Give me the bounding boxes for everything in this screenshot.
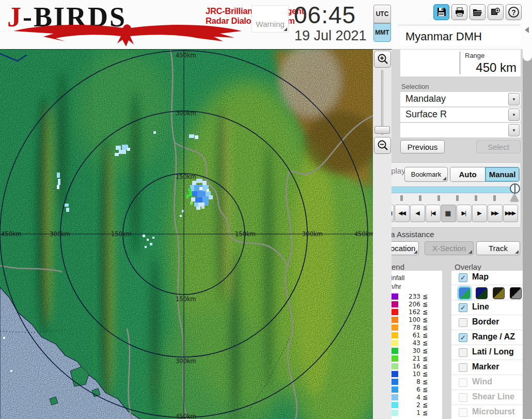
line-checkbox[interactable]: ✓: [459, 303, 467, 312]
radar-map[interactable]: 450km 300km 150km 150km 300km 450km 450k…: [0, 50, 373, 419]
lte-symbol: ≦: [423, 401, 428, 409]
open-folder-button[interactable]: [470, 4, 486, 20]
chevron-down-icon[interactable]: ▼: [508, 108, 520, 121]
svg-text:450km: 450km: [354, 230, 373, 238]
map-checkbox[interactable]: ✓: [459, 273, 467, 282]
play-reverse-button[interactable]: ◀: [410, 205, 425, 222]
zoom-control: [374, 51, 391, 154]
auto-button[interactable]: Auto: [450, 167, 485, 181]
replay-mode-toggle: Auto Manual: [450, 167, 520, 182]
zoom-slider-track[interactable]: [381, 70, 383, 135]
xsection-button[interactable]: X-Section: [425, 241, 474, 255]
map-style-swatch-4[interactable]: [510, 287, 522, 299]
range-label: Range: [465, 52, 484, 59]
lte-symbol: ≦: [423, 339, 428, 347]
manual-button[interactable]: Manual: [485, 167, 519, 181]
playback-controls: ◀◀◀ ◀◀ ◀ |◀ ■ ▶| ▶ ▶▶ ▶▶▶: [379, 205, 518, 222]
map-style-swatch-1[interactable]: [459, 287, 471, 299]
range-az-checkbox[interactable]: ✓: [459, 333, 467, 342]
zoom-in-button[interactable]: [374, 51, 391, 68]
track-button[interactable]: Track: [476, 241, 520, 255]
save-button[interactable]: [433, 4, 449, 20]
jump-end-button[interactable]: ▶▶▶: [503, 205, 518, 222]
legend-value: 21: [400, 355, 420, 362]
zoom-out-button[interactable]: [374, 137, 391, 154]
svg-text:300km: 300km: [176, 110, 196, 117]
svg-text:450km: 450km: [1, 230, 22, 238]
marker-checkbox[interactable]: [459, 363, 467, 372]
zoom-slider-handle[interactable]: [374, 126, 390, 134]
product-dropdown[interactable]: Surface R ▼: [400, 107, 521, 122]
range-box: Range 450 km: [400, 50, 521, 76]
play-button[interactable]: ▶: [472, 205, 487, 222]
save-icon: [437, 7, 446, 17]
fast-forward-button[interactable]: ▶▶: [488, 205, 503, 222]
legend-value: 4: [400, 394, 420, 401]
product-dropdown-value: Surface R: [400, 107, 521, 121]
export-image-button[interactable]: [488, 4, 504, 20]
lte-symbol: ≦: [423, 370, 428, 378]
site-dropdown[interactable]: Mandalay ▼: [400, 92, 521, 106]
option-dropdown[interactable]: ▼: [400, 123, 521, 137]
station-name: Myanmar DMH: [400, 28, 521, 45]
bookmark-button[interactable]: Bookmark: [404, 167, 448, 182]
warning-label: Warning: [256, 20, 284, 28]
selection-label: Selection: [401, 83, 429, 90]
overlay-row-microburst: Microburst: [451, 406, 523, 419]
map-style-row: [451, 286, 523, 300]
map-style-swatch-2[interactable]: [476, 287, 488, 299]
chevron-down-icon[interactable]: ▼: [508, 93, 520, 105]
slider-end-marker: [510, 194, 519, 201]
svg-text:300km: 300km: [176, 358, 196, 365]
slider-tick: [493, 195, 496, 201]
lte-symbol: ≦: [423, 355, 428, 362]
legend-value: 10: [400, 370, 420, 378]
microburst-label: Microburst: [472, 407, 515, 416]
svg-text:150km: 150km: [111, 230, 132, 238]
slider-tick: [419, 195, 421, 201]
range-value: 450 km: [476, 60, 517, 75]
map-style-swatch-3[interactable]: [493, 287, 505, 299]
legend-value: 162: [400, 308, 420, 316]
step-back-button[interactable]: |◀: [426, 205, 441, 222]
lte-symbol: ≦: [423, 363, 428, 370]
legend-value: 2: [400, 401, 420, 409]
track-label: Track: [489, 244, 508, 253]
shear-line-label: Shear Line: [472, 392, 514, 401]
previous-button[interactable]: Previous: [400, 140, 445, 153]
replay-slider-handle[interactable]: [510, 183, 520, 194]
replay-panel: Replay Bookmark Auto Manual ◀◀◀ ◀◀ ◀ |◀ …: [376, 162, 521, 228]
legend-value: 233: [400, 293, 420, 300]
svg-text:150km: 150km: [235, 230, 256, 238]
range-divider: [460, 52, 460, 74]
fast-rewind-button[interactable]: ◀◀: [395, 205, 410, 222]
stop-button[interactable]: ■: [441, 205, 456, 222]
step-forward-button[interactable]: ▶|: [457, 205, 472, 222]
svg-text:300km: 300km: [302, 230, 323, 238]
print-button[interactable]: [451, 4, 467, 20]
lte-symbol: ≦: [423, 394, 428, 401]
radar-map-area[interactable]: 450km 300km 150km 150km 300km 450km 450k…: [0, 49, 392, 419]
legend-value: 16: [400, 363, 420, 370]
border-checkbox[interactable]: [459, 318, 467, 327]
slider-tick: [400, 195, 403, 201]
replay-slider-track[interactable]: [383, 187, 516, 193]
help-button[interactable]: ?: [506, 4, 522, 20]
lati-long-checkbox[interactable]: [459, 348, 467, 357]
warning-button[interactable]: Warning: [252, 5, 289, 33]
overlay-row-marker: Marker: [451, 361, 523, 375]
clock-date: 19 Jul 2021: [294, 28, 367, 44]
select-button[interactable]: Select: [476, 140, 521, 153]
open-folder-icon: [473, 7, 482, 17]
lte-symbol: ≦: [423, 316, 428, 323]
overlay-row-range-az: ✓ Range / AZ: [451, 331, 523, 345]
overlay-row-lati-long: Lati / Long: [451, 346, 523, 360]
slider-tick: [456, 195, 459, 201]
legend-value: 100: [400, 316, 420, 323]
lte-symbol: ≦: [423, 409, 428, 416]
terrain-layer: 450km 300km 150km 150km 300km 450km 450k…: [0, 50, 373, 419]
timezone-utc-button[interactable]: UTC: [373, 5, 391, 23]
timezone-mmt-button[interactable]: MMT: [373, 23, 391, 42]
chevron-down-icon[interactable]: ▼: [508, 124, 520, 136]
shear-line-checkbox: [459, 393, 467, 402]
